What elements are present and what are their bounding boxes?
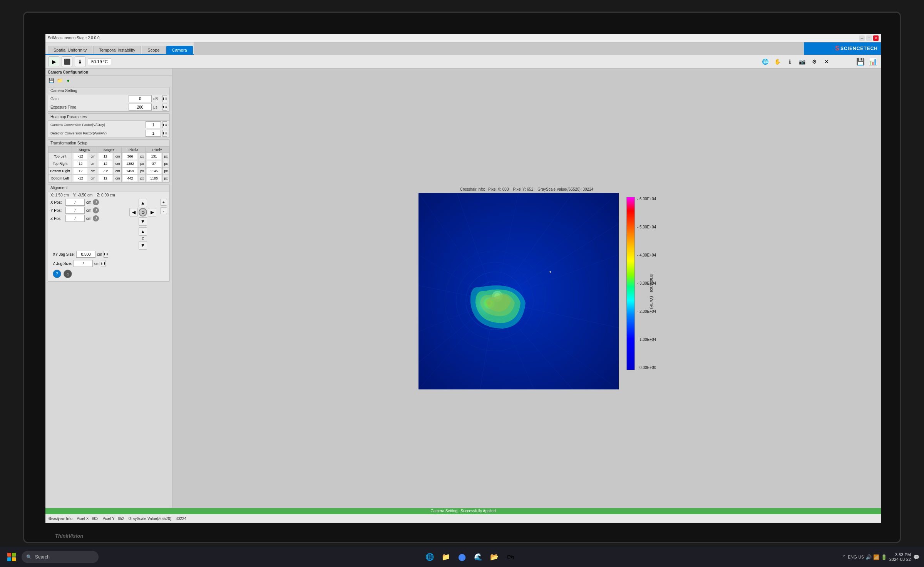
taskbar-chrome-icon[interactable]: ⬤ (455, 550, 469, 564)
topright-stagey-input[interactable] (99, 161, 112, 167)
topleft-pixely-input[interactable] (147, 153, 161, 159)
config-save-icon[interactable]: 💾 (48, 77, 55, 84)
config-folder-icon[interactable]: 📁 (56, 77, 63, 84)
topright-pixely-input[interactable] (147, 161, 161, 167)
joy-up-button[interactable]: ▲ (139, 199, 147, 207)
globe-icon[interactable]: 🌐 (760, 57, 770, 67)
topright-pixelx-input[interactable] (123, 161, 137, 167)
tab-bar: Spatial Uniformity Temporal Instability … (45, 42, 194, 55)
config-icons-row: 💾 📁 ● (45, 75, 172, 86)
botright-stagex-input[interactable] (74, 168, 87, 174)
topleft-stagey-input[interactable] (99, 153, 112, 159)
botright-stagey-input[interactable] (99, 168, 112, 174)
z-jog-input[interactable] (74, 260, 93, 267)
taskbar-files-icon[interactable]: 📁 (439, 550, 453, 564)
win-logo-bl (7, 557, 11, 561)
xpos-sync-icon[interactable]: ↺ (93, 199, 99, 205)
taskbar-search-box[interactable]: 🔍 Search (22, 551, 99, 563)
arrow-up-icon[interactable]: ⌃ (842, 554, 846, 560)
zpos-sync-icon[interactable]: ↺ (93, 215, 99, 221)
z-controls: ▲ Z ▼ (139, 227, 147, 250)
network-icon[interactable]: 📶 (873, 554, 879, 560)
crosshair-info: Crosshair Info: Pixel X: 803 Pixel Y: 65… (460, 187, 594, 191)
joystick-area: ▲ ◀ ⊙ ▶ ▼ ▲ Z (129, 199, 156, 250)
tab-temporal-instability[interactable]: Temporal Instability (93, 46, 141, 54)
taskbar-store-icon[interactable]: 🛍 (504, 550, 517, 564)
xy-jog-spinner[interactable]: ⬆⬇ (104, 251, 108, 258)
home-button[interactable]: ⌂ (64, 270, 72, 278)
status-bar: Camera Setting : Successfully Applied Cr… (45, 508, 881, 523)
z-right-up-button[interactable]: + (160, 199, 167, 206)
xpos-input[interactable] (65, 199, 85, 206)
topright-stagex-input[interactable] (74, 161, 87, 167)
play-button[interactable]: ▶ (49, 56, 59, 67)
transform-table: StageX StageY PixelX PixelY Top Left cm (48, 147, 169, 182)
joy-down-button[interactable]: ▼ (139, 217, 147, 226)
save-icon[interactable]: 💾 (855, 57, 865, 67)
camera-conv-spinner[interactable]: ⬆⬇ (162, 121, 167, 128)
botleft-pixely-input[interactable] (147, 175, 161, 181)
tab-spatial-uniformity[interactable]: Spatial Uniformity (48, 46, 92, 54)
z-jog-spinner[interactable]: ⬆⬇ (101, 260, 105, 267)
notification-icon[interactable]: 💬 (913, 554, 919, 560)
query-button[interactable]: ? (53, 270, 61, 278)
taskbar-globe-icon[interactable]: 🌐 (423, 550, 437, 564)
camera-icon[interactable]: 📷 (797, 57, 807, 67)
stop-button[interactable]: ⬛ (62, 56, 72, 67)
joy-left-button[interactable]: ◀ (129, 208, 138, 216)
xy-jog-input[interactable] (76, 251, 95, 258)
joy-right-button[interactable]: ▶ (148, 208, 156, 216)
topleft-pixelx-input[interactable] (123, 153, 137, 159)
z-right-down-button[interactable]: - (160, 207, 167, 214)
botleft-stagex-input[interactable] (74, 175, 87, 181)
camera-config-header: Camera Configuration (45, 69, 172, 75)
info-icon[interactable]: ℹ (785, 57, 795, 67)
close-button[interactable]: ✕ (873, 35, 879, 41)
gain-input[interactable] (129, 95, 152, 102)
hand-icon[interactable]: ✋ (772, 57, 782, 67)
config-green-icon[interactable]: ● (65, 77, 72, 84)
heatmap-wrapper: Crosshair Info: Pixel X: 803 Pixel Y: 65… (418, 187, 635, 389)
settings-icon[interactable]: ⚙ (809, 57, 819, 67)
camera-conv-input[interactable] (146, 121, 161, 128)
align-grid: X Pos: cm ↺ Y Pos: cm ↺ (50, 199, 167, 250)
volume-icon[interactable]: 🔊 (865, 554, 872, 560)
botright-pixelx-input[interactable] (123, 168, 137, 174)
close2-icon[interactable]: ✕ (822, 57, 832, 67)
z-up-button[interactable]: ▲ (139, 227, 147, 236)
battery-icon[interactable]: 🔋 (881, 554, 887, 560)
taskbar-explorer-icon[interactable]: 📂 (487, 550, 501, 564)
joy-empty-3 (129, 217, 138, 226)
joy-center[interactable]: ⊙ (139, 208, 147, 216)
start-button[interactable] (5, 550, 18, 564)
exposure-input[interactable] (129, 104, 152, 111)
exposure-spinner[interactable]: ⬆⬇ (162, 104, 167, 111)
taskbar-edge-icon[interactable]: 🌊 (471, 550, 485, 564)
zpos-input[interactable] (65, 215, 85, 222)
joystick: ▲ ◀ ⊙ ▶ ▼ (129, 199, 156, 226)
maximize-button[interactable]: □ (866, 35, 872, 41)
table-row: Bottom Right cm cm px px (49, 168, 169, 175)
windows-taskbar[interactable]: 🔍 Search 🌐 📁 ⬤ 🌊 📂 🛍 ⌃ ENG US 🔊 📶 🔋 3:53… (0, 547, 924, 567)
search-placeholder: Search (35, 554, 50, 560)
detector-conv-input[interactable] (146, 130, 161, 137)
botleft-pixelx-input[interactable] (123, 175, 137, 181)
export-icon[interactable]: 📊 (868, 57, 878, 67)
alignment-group: Alignment X: 1.50 cm Y: -0.50 cm Z: 0.00… (48, 184, 170, 282)
botright-pixely-input[interactable] (147, 168, 161, 174)
botleft-stagey-input[interactable] (99, 175, 112, 181)
topleft-stagex-input[interactable] (74, 153, 87, 159)
ypos-sync-icon[interactable]: ↺ (93, 207, 99, 213)
z-down-button[interactable]: ▼ (139, 241, 147, 250)
detector-conv-spinner[interactable]: ⬆⬇ (162, 130, 167, 137)
main-area: Crosshair Info: Pixel X: 803 Pixel Y: 65… (172, 69, 881, 508)
ypos-row: Y Pos: cm ↺ (50, 207, 126, 214)
gain-spinner[interactable]: ⬆⬇ (162, 95, 167, 102)
minimize-button[interactable]: ─ (859, 35, 865, 41)
tab-scope[interactable]: Scope (142, 46, 165, 54)
ypos-input[interactable] (65, 207, 85, 214)
heatmap-canvas[interactable] (418, 193, 619, 389)
z-jog-unit: cm (94, 262, 99, 266)
tab-camera[interactable]: Camera (166, 46, 193, 54)
thermometer-icon[interactable]: 🌡 (75, 56, 85, 67)
